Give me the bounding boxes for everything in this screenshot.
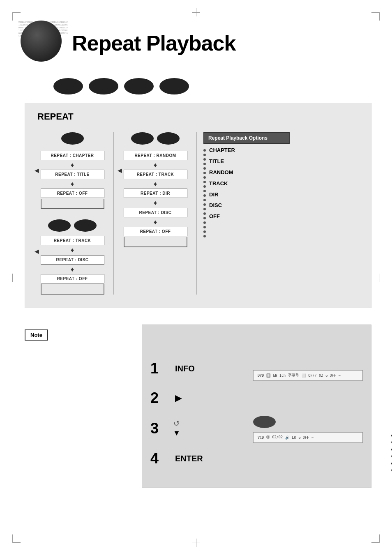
disc-dvd-vcd: [124, 78, 154, 94]
vcd-disc-row: [48, 219, 97, 232]
options-panel: Repeat Playback Options: [199, 132, 290, 295]
dot-4: [203, 163, 206, 165]
flow-box-repeat-disc-vcd: REPEAT : DISC: [41, 255, 104, 265]
options-title: Repeat Playback Options: [203, 132, 290, 144]
dvd-back-arrow: ◄: [33, 166, 41, 175]
vcd-screen: VCD ⓪ 02/02 🔊 LR ↺ OFF ←: [253, 432, 363, 443]
options-inner: CHAPTER TITLE RANDOM TRACK DIR DISC OFF: [203, 147, 290, 237]
crosshair-top: [192, 8, 200, 16]
disc-indicator-row: [53, 78, 189, 94]
flow-box-repeat-track-vcd: REPEAT : TRACK: [41, 236, 104, 245]
dot-3: [203, 158, 206, 161]
dvd-subtitle: 字幕号: [288, 373, 299, 378]
step-1-row: 1 INFO: [150, 360, 241, 377]
dot-14: [203, 208, 206, 210]
dot-1: [203, 149, 206, 152]
dvd-screen: DVD 🔲 EN 1ch 字幕号 ⬜ OFF/ 02 ↺ OFF ←: [253, 370, 363, 381]
corner-mark-bl: [12, 534, 21, 543]
flow-box-repeat-disc-mp3: REPEAT : DISC: [124, 208, 187, 217]
dvd-screen-container: DVD 🔲 EN 1ch 字幕号 ⬜ OFF/ 02 ↺ OFF ← ♦ ↺ A…: [253, 370, 363, 381]
vcd-repeat: ↺ OFF: [298, 435, 309, 440]
crosshair-bottom: [192, 539, 200, 547]
repeat-symbol: ↺: [173, 419, 180, 428]
step-2-row: 2 ▶: [150, 389, 241, 407]
option-title: TITLE: [209, 158, 290, 165]
mp3-disc-1: [131, 132, 154, 145]
arrow-3: ♦: [71, 246, 74, 254]
vcd-label: VCD: [258, 435, 264, 440]
option-dir: DIR: [209, 191, 290, 198]
step-2-num: 2: [150, 389, 167, 407]
dot-6: [203, 172, 206, 174]
mp3-disc-2: [157, 132, 180, 145]
flow-box-repeat-track-mp3: REPEAT : TRACK: [124, 170, 187, 179]
header: 0101010101010101010101010101010101010101…: [21, 21, 371, 66]
arrow-mp3-4: ♦: [154, 218, 157, 226]
step-2-icon: ▶: [175, 393, 182, 403]
page-title: Repeat Playback: [72, 31, 235, 55]
dvd-flow-col: ◄ REPEAT : CHAPTER ♦ REPEAT : TITLE ♦ RE…: [33, 132, 111, 295]
separator-1: [113, 132, 114, 295]
bottom-section: 1 INFO 2 ▶ 3 ↺ ▼ 4 ENTER DVD: [142, 325, 371, 488]
option-chapter: CHAPTER: [209, 147, 290, 154]
disc-mp3: [159, 78, 189, 94]
step-3-row: 3 ↺ ▼: [150, 419, 241, 438]
flow-box-repeat-dir: REPEAT : DIR: [124, 189, 187, 198]
vcd-screen-row: VCD ⓪ 02/02 🔊 LR ↺ OFF ←: [258, 435, 358, 440]
separator-2: [196, 132, 197, 295]
dvd-arrow-left: ←: [339, 373, 341, 378]
screens-column: DVD 🔲 EN 1ch 字幕号 ⬜ OFF/ 02 ↺ OFF ← ♦ ↺ A…: [241, 333, 363, 479]
dot-7: [203, 176, 206, 179]
dot-5: [203, 167, 206, 170]
dot-18: [203, 226, 206, 228]
dvd-label: DVD: [258, 373, 264, 378]
mp3-bracket: [124, 237, 187, 247]
vcd-audio: 🔊 LR: [285, 435, 296, 440]
dots-col: [203, 147, 206, 237]
flow-section: ◄ REPEAT : CHAPTER ♦ REPEAT : TITLE ♦ RE…: [33, 132, 363, 295]
dot-17: [203, 221, 206, 224]
flow-box-repeat-off-mp3: REPEAT : OFF: [124, 227, 187, 236]
step-4-num: 4: [150, 450, 167, 467]
dot-12: [203, 199, 206, 201]
step-3-icon: ▼: [173, 429, 180, 438]
disc-dvd: [53, 78, 83, 94]
step-4-label: ENTER: [175, 454, 203, 463]
arrow-mp3-3: ♦: [154, 199, 157, 207]
repeat-heading: REPEAT: [37, 111, 363, 122]
vcd-arrow: ←: [311, 435, 314, 440]
flow-box-repeat-chapter: REPEAT : CHAPTER: [41, 151, 104, 160]
corner-mark-tl: [12, 12, 21, 21]
mp3-flow-col: ◄ REPEAT : RANDOM ♦ REPEAT : TRACK ♦ REP…: [116, 132, 194, 295]
dvd-disc-row: [61, 132, 84, 145]
step-4-row: 4 ENTER: [150, 450, 241, 467]
dot-9: [203, 185, 206, 188]
dvd-audio: 🔲 EN 1ch: [266, 373, 286, 378]
options-text: CHAPTER TITLE RANDOM TRACK DIR DISC OFF: [209, 147, 290, 237]
dvd-screen-row: DVD 🔲 EN 1ch 字幕号 ⬜ OFF/ 02 ↺ OFF ←: [258, 373, 358, 378]
option-off: OFF: [209, 213, 290, 220]
corner-mark-br: [371, 534, 380, 543]
flow-box-repeat-random: REPEAT : RANDOM: [124, 151, 187, 160]
dvd-angle: ⬜ OFF/ 02: [302, 373, 323, 378]
vcd-track: ⓪ 02/02: [266, 435, 283, 440]
arrow-mp3-1: ♦: [154, 161, 157, 169]
dvd-disc-indicator: [61, 132, 84, 145]
flow-box-repeat-off-dvd: REPEAT : OFF: [41, 189, 104, 198]
vcd-screen-container: VCD ⓪ 02/02 🔊 LR ↺ OFF ← ♦ ↺ A– ♦ ↺ TRAC…: [253, 416, 363, 443]
disc-vcd: [89, 78, 118, 94]
dvd-bracket: [41, 199, 104, 209]
option-disc: DISC: [209, 202, 290, 209]
note-label: Note: [25, 329, 48, 341]
dot-15: [203, 212, 206, 215]
dot-10: [203, 190, 206, 192]
vcd-disc-2: [74, 219, 97, 232]
step-1-num: 1: [150, 360, 167, 377]
arrow-4: ♦: [71, 265, 74, 273]
option-random: RANDOM: [209, 169, 290, 176]
flow-box-repeat-title: REPEAT : TITLE: [41, 170, 104, 179]
arrow-1: ♦: [71, 161, 74, 169]
corner-mark-tr: [371, 12, 380, 21]
dot-19: [203, 230, 206, 233]
mp3-back-arrow: ◄: [116, 166, 124, 175]
